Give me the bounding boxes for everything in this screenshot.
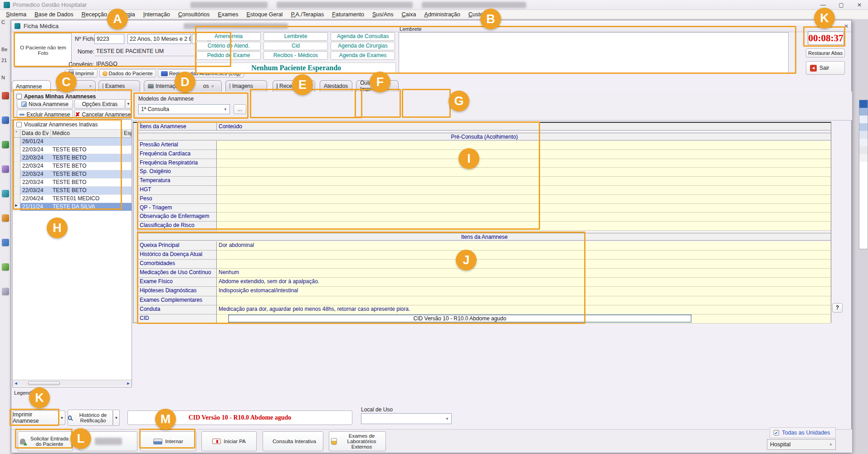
imprimir-anamnese-button[interactable]: Imprimir Anamnese [12,411,59,425]
background-icon[interactable] [2,116,9,124]
local-de-uso-dropdown[interactable]: ▼ [361,413,452,424]
bottom-bar-button[interactable]: Consulta Interativa [263,431,323,451]
tab[interactable]: Receitas [273,80,315,92]
column-header-esp[interactable]: Esp [122,130,132,137]
grid-row[interactable]: Medicações de Uso Contínuo Nenhum [138,269,831,278]
menu-item[interactable]: BI [487,11,501,18]
menu-item[interactable]: Exames [214,11,242,18]
grid-row[interactable]: Exames Complementares [138,296,831,305]
grid-row-value[interactable] [217,251,831,260]
grid-row[interactable]: HGT [138,186,831,195]
grid-row-value[interactable]: Medicação para dor, aguardar pelo menos … [217,305,831,314]
ficha-minimize-button[interactable]: — [803,24,813,30]
grid-row-value[interactable] [217,222,831,231]
tab[interactable]: Internações os × [144,80,222,92]
grid-row[interactable]: CID CID Versão 10 - R10.0 Abdome agudo [138,314,831,324]
horizontal-scrollbar[interactable]: ◄ ► [13,380,132,386]
help-button[interactable]: ? [832,303,843,313]
grid-row-value[interactable] [217,150,831,159]
unidade-dropdown[interactable]: Hospital ▼ [767,439,836,450]
historico-retificacao-button[interactable]: Histórico de Retificação [68,410,113,426]
grid-row-value[interactable] [217,213,831,222]
patient-toolbar-button[interactable]: Dados do Paciente [99,69,156,77]
grid-row[interactable]: Hipóteses Diagnósticas Indisposição esto… [138,287,831,296]
background-icon[interactable] [2,165,9,173]
historico-dropdown-icon[interactable]: ▼ [113,410,120,426]
modelos-more-button[interactable]: ... [234,104,246,114]
menu-item[interactable]: Sistema [2,11,30,18]
anamnese-list-row[interactable]: 22/03/24 TESTE BETO [13,187,132,195]
grid-row[interactable]: Sp. Oxigênio [138,168,831,177]
bottom-bar-button[interactable]: Internar [140,431,196,451]
anamnese-list-row[interactable]: 22/03/24 TESTE BETO [13,170,132,179]
anamnese-list-row[interactable]: ► 21/11/24 TESTE DA SILVA [13,203,132,211]
quick-button[interactable]: Lembrete [263,32,328,41]
menu-item[interactable]: Estoque Geral [242,11,287,18]
anamnese-list-row[interactable]: 22/03/24 TESTE BETO [13,146,132,154]
nova-anamnese-button[interactable]: Nova Anamnese [17,99,73,109]
tab-close-icon[interactable]: × [89,83,92,89]
cancelar-anamnese-button[interactable]: ✘ Cancelar Anamnese [74,110,132,119]
grid-row[interactable]: Histórico da Doença Atual [138,251,831,260]
sair-button[interactable]: ◄ Sair [806,61,845,75]
scroll-right-icon[interactable]: ► [125,381,132,386]
menu-item[interactable]: Base de Dados [30,11,77,18]
bottom-bar-button[interactable]: Iniciar PA [201,431,257,451]
tab[interactable]: Co × [57,80,96,92]
background-icon[interactable] [2,239,9,246]
opcoes-extras-dropdown-icon[interactable]: ▼ [125,99,132,109]
quick-button[interactable]: Agenda de Exames [331,51,395,60]
menu-item[interactable]: P.A./Terapias [287,11,328,18]
tab[interactable]: Anamnese [12,80,51,92]
grid-row[interactable]: Frequência Cardíaca [138,150,831,159]
apenas-minhas-checkbox[interactable] [16,94,22,99]
column-header-data[interactable]: Data do Ev [20,130,51,137]
bottom-bar-button[interactable] [79,431,137,451]
bottom-bar-button[interactable]: Solicitar Entrada do Paciente [18,431,73,451]
window-close-button[interactable]: ✕ [850,0,868,10]
tab[interactable]: Imagens × [225,80,267,92]
opcoes-extras-button[interactable]: Opções Extras [74,99,125,109]
background-icon[interactable] [2,288,9,295]
anamnese-list-row[interactable]: 22/03/24 TESTE BETO [13,154,132,162]
grid-row-value[interactable] [217,296,831,305]
grid-row-value[interactable] [217,186,831,195]
menu-item[interactable]: Internação [139,11,174,18]
menu-item[interactable]: Faturamento [328,11,368,18]
menu-item[interactable]: Caixa [398,11,420,18]
bottom-bar-button[interactable]: Exames de Laboratórios Externos [329,431,386,451]
menu-item[interactable]: Administração [420,11,464,18]
column-header-conteudo[interactable]: Conteúdo [217,123,831,130]
grid-row[interactable]: Observação de Enfermagem [138,213,831,222]
tab-close-icon[interactable]: × [211,83,214,89]
anamnese-list-row[interactable]: 22/03/24 TESTE BETO [13,162,132,170]
excluir-anamnese-button[interactable]: Excluir Anamnese [17,110,73,119]
ficha-close-button[interactable]: ✕ [841,24,851,30]
grid-row-value[interactable] [217,204,831,213]
anamnese-list-row[interactable]: 26/01/24 [13,138,132,146]
background-icon[interactable] [2,263,9,270]
anamnese-list-row[interactable]: 22/03/24 TESTE BETO [13,179,132,187]
lembrete-panel[interactable] [399,32,789,74]
quick-button[interactable]: Pedido de Exame [196,51,261,60]
background-icon[interactable] [2,214,9,222]
grid-row[interactable]: Exame Físico Abdome extendido, sem dor à… [138,278,831,287]
grid-row-value[interactable] [217,177,831,186]
background-icon[interactable] [2,190,9,197]
window-maximize-button[interactable]: ▢ [832,0,850,10]
menu-item[interactable]: Consultórios [174,11,214,18]
restaurar-abas-button[interactable]: Restaurar Abas [806,48,845,58]
scrollbar-thumb[interactable] [28,381,60,385]
menu-item[interactable]: Sus/Ans [368,11,398,18]
column-header-medico[interactable]: Médico [51,130,122,137]
quick-button[interactable]: Amenorreia [196,32,261,41]
menu-item[interactable]: Recepção [78,11,111,18]
menu-item[interactable]: Custo [464,11,488,18]
grid-row-value[interactable] [217,168,831,177]
quick-button[interactable]: Recibos - Médicos [263,51,328,60]
imprimir-dropdown-icon[interactable]: ▼ [59,411,65,425]
grid-row[interactable]: Peso [138,195,831,204]
anamnese-list-row[interactable]: 22/04/24 TESTE01 MEDICO [13,195,132,203]
patient-toolbar-button[interactable]: Imprimir [65,69,98,77]
quick-button[interactable]: Agenda de Consultas [331,32,395,41]
